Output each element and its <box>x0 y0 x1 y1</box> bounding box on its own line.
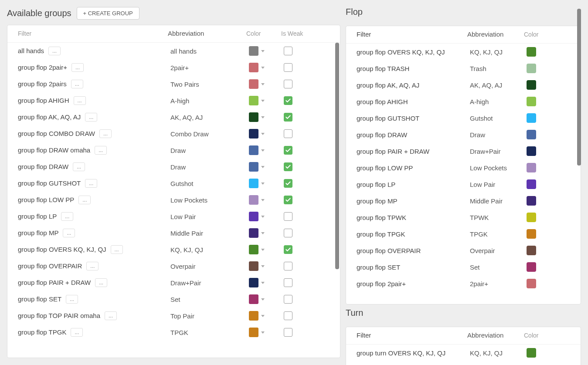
more-options-button[interactable]: ... <box>85 113 97 122</box>
more-options-button[interactable]: ... <box>71 80 83 88</box>
table-row[interactable]: group flop GUTSHOTGutshot <box>346 110 581 126</box>
color-picker[interactable] <box>249 162 265 172</box>
color-swatch <box>527 163 536 172</box>
table-row[interactable]: group flop TPWKTPWK <box>346 209 581 226</box>
chevron-down-icon <box>261 166 265 168</box>
table-row: group flop LOW PP...Low Pockets <box>7 192 340 208</box>
is-weak-checkbox[interactable] <box>284 179 292 188</box>
is-weak-checkbox[interactable] <box>284 295 292 304</box>
group-name: group flop TPWK <box>357 214 470 221</box>
group-name: group flop TOP PAIR omaha <box>18 312 100 319</box>
table-row[interactable]: group flop TRASHTrash <box>346 60 581 77</box>
group-abbr: AK, AQ, AJ <box>170 114 249 121</box>
color-swatch <box>527 130 536 139</box>
table-row: group flop AHIGH...A-high <box>7 92 340 109</box>
is-weak-checkbox[interactable] <box>284 113 292 122</box>
more-options-button[interactable]: ... <box>66 295 78 304</box>
table-row[interactable]: group flop TPGKTPGK <box>346 226 581 242</box>
color-picker[interactable] <box>249 179 265 188</box>
is-weak-checkbox[interactable] <box>284 80 292 88</box>
color-picker[interactable] <box>249 311 265 321</box>
color-picker[interactable] <box>249 46 265 56</box>
table-row[interactable]: group flop LOW PPLow Pockets <box>346 159 581 176</box>
is-weak-checkbox[interactable] <box>284 129 292 138</box>
color-swatch <box>249 278 258 287</box>
table-row[interactable]: group flop AK, AQ, AJAK, AQ, AJ <box>346 77 581 93</box>
color-picker[interactable] <box>249 145 265 155</box>
group-abbr: Middle Pair <box>470 197 527 205</box>
group-name: group flop DRAW <box>18 163 68 170</box>
more-options-button[interactable]: ... <box>85 179 97 188</box>
is-weak-checkbox[interactable] <box>284 229 292 237</box>
color-swatch <box>249 79 258 89</box>
more-options-button[interactable]: ... <box>105 311 117 320</box>
color-picker[interactable] <box>249 278 265 287</box>
scrollbar-right[interactable] <box>577 9 581 296</box>
color-picker[interactable] <box>249 261 265 271</box>
more-options-button[interactable]: ... <box>95 278 107 287</box>
chevron-down-icon <box>261 249 265 251</box>
header-isweak: Is Weak <box>281 30 307 37</box>
more-options-button[interactable]: ... <box>71 63 84 72</box>
group-name: group flop COMBO DRAW <box>18 130 95 137</box>
more-options-button[interactable]: ... <box>99 129 112 138</box>
is-weak-checkbox[interactable] <box>284 328 292 337</box>
group-abbr: TPGK <box>470 230 527 238</box>
more-options-button[interactable]: ... <box>95 146 107 155</box>
is-weak-checkbox[interactable] <box>284 47 292 55</box>
table-row: group flop SET...Set <box>7 291 340 308</box>
chevron-down-icon <box>261 282 265 284</box>
more-options-button[interactable]: ... <box>48 47 61 55</box>
group-name: group flop SET <box>357 264 470 271</box>
more-options-button[interactable]: ... <box>63 229 75 237</box>
is-weak-checkbox[interactable] <box>284 262 292 270</box>
table-row[interactable]: group flop 2pair+2pair+ <box>346 275 581 292</box>
table-row[interactable]: group flop LPLow Pair <box>346 176 581 193</box>
table-row[interactable]: group flop SETSet <box>346 259 581 275</box>
is-weak-checkbox[interactable] <box>284 146 292 155</box>
more-options-button[interactable]: ... <box>73 162 85 171</box>
table-row[interactable]: group flop OVERS KQ, KJ, QJKQ, KJ, QJ <box>346 44 581 60</box>
is-weak-checkbox[interactable] <box>284 63 292 72</box>
table-row[interactable]: group flop PAIR + DRAWDraw+Pair <box>346 143 581 159</box>
table-row: group flop 2pairs...Two Pairs <box>7 76 340 92</box>
is-weak-checkbox[interactable] <box>284 162 292 171</box>
table-row[interactable]: group flop OVERPAIROverpair <box>346 242 581 259</box>
color-picker[interactable] <box>249 212 265 221</box>
table-row[interactable]: group flop AHIGHA-high <box>346 93 581 110</box>
more-options-button[interactable]: ... <box>74 96 86 105</box>
group-abbr: Middle Pair <box>170 230 249 237</box>
is-weak-checkbox[interactable] <box>284 245 292 254</box>
is-weak-checkbox[interactable] <box>284 278 292 287</box>
table-row[interactable]: group flop DRAWDraw <box>346 126 581 143</box>
color-picker[interactable] <box>249 96 265 105</box>
is-weak-checkbox[interactable] <box>284 212 292 221</box>
more-options-button[interactable]: ... <box>111 245 123 254</box>
color-picker[interactable] <box>249 245 265 254</box>
color-picker[interactable] <box>249 79 265 89</box>
create-group-button[interactable]: + CREATE GROUP <box>77 7 139 20</box>
is-weak-checkbox[interactable] <box>284 196 292 204</box>
color-picker[interactable] <box>249 294 265 304</box>
table-row[interactable]: group turn OVERS KQ, KJ, QJKQ, KJ, QJ <box>346 345 581 361</box>
group-name: group flop LOW PP <box>357 164 470 172</box>
is-weak-checkbox[interactable] <box>284 311 292 320</box>
color-picker[interactable] <box>249 328 265 337</box>
group-abbr: TPWK <box>470 214 527 221</box>
color-picker[interactable] <box>249 112 265 122</box>
header-abbreviation: Abbreviation <box>467 30 524 38</box>
group-name: group flop GUTSHOT <box>18 179 81 187</box>
more-options-button[interactable]: ... <box>71 328 83 337</box>
table-row[interactable]: group flop MPMiddle Pair <box>346 193 581 209</box>
color-picker[interactable] <box>249 228 265 238</box>
group-abbr: Trash <box>470 65 527 72</box>
color-picker[interactable] <box>249 129 265 139</box>
scrollbar[interactable] <box>335 27 339 356</box>
flop-header: Filter Abbreviation Color <box>346 26 581 44</box>
is-weak-checkbox[interactable] <box>284 96 292 105</box>
more-options-button[interactable]: ... <box>78 196 91 204</box>
color-picker[interactable] <box>249 195 265 205</box>
more-options-button[interactable]: ... <box>61 212 73 221</box>
color-picker[interactable] <box>249 63 265 72</box>
more-options-button[interactable]: ... <box>86 262 99 270</box>
